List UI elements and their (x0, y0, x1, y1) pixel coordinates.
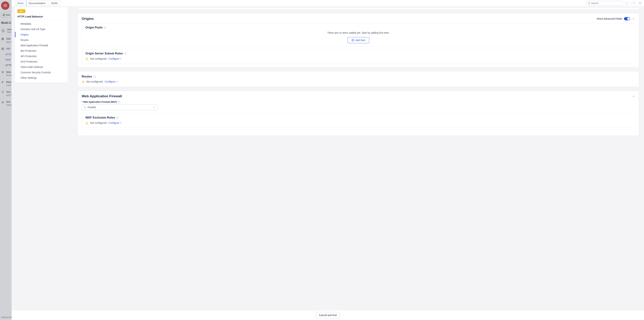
svg-rect-10 (2, 48, 2, 49)
nav-item-metadata[interactable]: Metadata (15, 21, 68, 26)
nav-item-client-side-defense[interactable]: Client-Side Defense (15, 64, 68, 70)
search-box[interactable] (587, 1, 623, 5)
nav-item-domains-and-lb-type[interactable]: Domains and LB Type (15, 26, 68, 32)
cancel-exit-button[interactable]: Cancel and Exit (316, 312, 340, 318)
svg-rect-7 (4, 15, 4, 16)
nav-item-routes[interactable]: Routes (15, 37, 68, 43)
section-title-origins: Origins (82, 17, 94, 21)
svg-rect-5 (4, 14, 5, 15)
nav-item-common-security-controls[interactable]: Common Security Controls (15, 70, 68, 75)
info-icon[interactable]: i (104, 26, 106, 29)
nav-item-api-protection[interactable]: API Protection (15, 53, 68, 59)
globe-icon (1, 37, 4, 40)
chevron-up-icon (632, 95, 635, 97)
svg-point-9 (2, 38, 4, 40)
collapse-origins[interactable] (632, 17, 635, 20)
info-icon[interactable]: i (94, 76, 96, 78)
avatar-sub: Nam (7, 31, 12, 33)
add-origin-pool-button[interactable]: Add Item (348, 37, 369, 43)
nav-item-other-settings[interactable]: Other Settings (15, 75, 68, 80)
status-badge-new: New (18, 9, 25, 13)
shield-icon (1, 90, 4, 94)
warning-icon (86, 121, 88, 124)
bg-not-sub: Alerts (6, 104, 12, 106)
network-icon (1, 71, 4, 74)
view-tabs: Form Documentation JSON (15, 0, 60, 6)
nav-up-button[interactable] (625, 1, 629, 5)
form-main-column[interactable]: Origins Show Advanced Fields Origin Pool… (68, 6, 644, 310)
advanced-fields-toggle[interactable] (624, 17, 630, 20)
add-item-label: Add Item (355, 39, 366, 42)
nav-item-bot-protection[interactable]: Bot Protection (15, 48, 68, 53)
svg-rect-0 (3, 14, 3, 14)
modal-footer: Cancel and Exit (12, 310, 644, 320)
svg-point-14 (2, 71, 2, 72)
bg-footer: Advanced (1, 316, 12, 319)
section-origins: Origins Show Advanced Fields Origin Pool… (78, 13, 639, 67)
waf-exclusion-card: WAF Exclusion Rules i Not configured Con… (82, 113, 635, 128)
chevron-down-icon (153, 106, 156, 108)
configure-routes-link[interactable]: Configure (104, 80, 118, 83)
previous-card-stub (78, 8, 639, 9)
nav-item-web-application-firewall[interactable]: Web Application Firewall (15, 43, 68, 48)
svg-rect-11 (3, 48, 4, 49)
waf-next-card-stub (82, 130, 635, 132)
configure-waf-exclusion-link[interactable]: Configure (108, 121, 122, 124)
svg-rect-13 (3, 49, 4, 50)
tab-documentation[interactable]: Documentation (26, 1, 48, 6)
branch-icon (84, 106, 86, 108)
tab-json[interactable]: JSON (48, 1, 60, 6)
bg-not-label: Not (6, 100, 12, 103)
bg-sublink-tcp: TCP (6, 58, 12, 61)
waf-select[interactable]: Disable (82, 104, 158, 110)
chevron-down-icon (632, 2, 634, 4)
brand-logo: f5 (1, 1, 10, 10)
tab-form[interactable]: Form (15, 0, 26, 6)
waf-exclusion-title: WAF Exclusion Rules (86, 116, 115, 119)
subset-rules-status: Not configured (90, 57, 106, 60)
bg-sublink-http1: HTTP (6, 53, 12, 56)
configure-subset-rules-link[interactable]: Configure (108, 57, 122, 60)
svg-point-17 (588, 2, 590, 3)
svg-rect-12 (2, 49, 2, 50)
avatar: N (1, 28, 5, 33)
section-waf: Web Application Firewall * Web Applicati… (78, 91, 639, 136)
search-input[interactable] (591, 2, 622, 4)
wrench-icon (1, 80, 4, 84)
svg-point-16 (2, 73, 3, 73)
waf-exclusion-status: Not configured (90, 121, 106, 124)
bell-icon (1, 100, 4, 104)
form-nav-list: MetadataDomains and LB TypeOriginsRoutes… (15, 21, 68, 83)
bg-sec-label: Sec (6, 90, 12, 93)
info-icon[interactable]: i (118, 101, 120, 103)
origin-subset-rules-card: Origin Server Subset Rules i Not configu… (82, 49, 635, 64)
form-nav-panel: New HTTP Load Balancer MetadataDomains a… (15, 7, 68, 83)
bg-virtual-label: Virt (6, 47, 10, 50)
section-title-waf: Web Application Firewall (82, 94, 122, 98)
warning-icon (86, 57, 88, 60)
bg-sec-sub: App F (6, 94, 12, 96)
info-icon[interactable]: i (116, 116, 119, 119)
info-icon[interactable]: i (124, 52, 126, 55)
bg-man-sub: Load (6, 84, 11, 86)
warning-icon (82, 80, 84, 83)
svg-rect-1 (4, 14, 4, 14)
svg-rect-3 (3, 14, 3, 15)
nav-down-button[interactable] (632, 1, 636, 5)
service-selector: Sele (1, 12, 12, 17)
search-icon (588, 2, 590, 4)
svg-rect-6 (3, 15, 3, 16)
nav-item-dos-protection[interactable]: DoS Protection (15, 59, 68, 64)
close-button[interactable] (638, 1, 642, 5)
bg-mes-label: Mes (6, 71, 12, 73)
origin-pools-title: Origin Pools (86, 26, 102, 29)
svg-point-15 (3, 71, 4, 72)
waf-field-label: Web Application Firewall (WAF) (83, 101, 117, 103)
collapse-waf[interactable] (632, 95, 635, 98)
form-modal: Form Documentation JSON New HTTP Load Ba… (12, 0, 644, 320)
nav-item-origins[interactable]: Origins (15, 32, 68, 37)
chevron-up-icon (632, 17, 635, 20)
section-title-routes: Routes (82, 75, 92, 78)
modal-top-bar: Form Documentation JSON (12, 0, 644, 6)
bg-sites-sub: App S (6, 41, 12, 43)
